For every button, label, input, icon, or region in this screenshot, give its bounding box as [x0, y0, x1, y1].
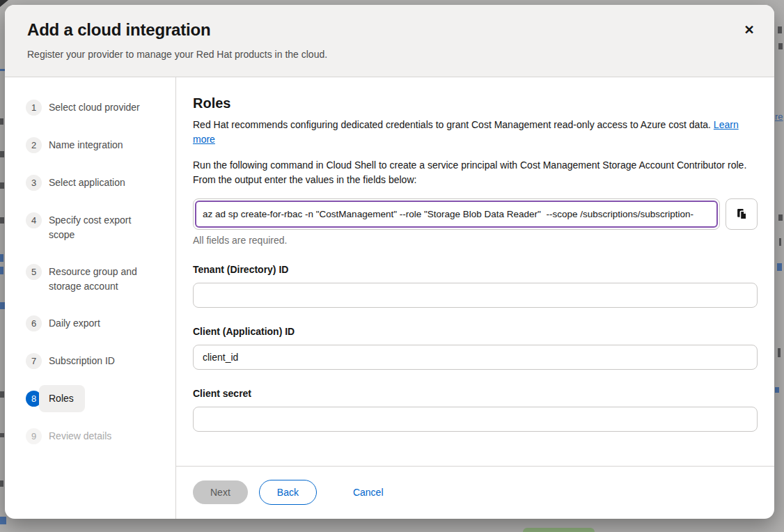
- background-page-fragment: [0, 267, 3, 274]
- copy-button[interactable]: [726, 198, 758, 230]
- client-id-label: Client (Application) ID: [193, 326, 758, 337]
- command-instruction-line2: From the output enter the values in the …: [193, 173, 758, 187]
- modal-body: 1 Select cloud provider 2 Name integrati…: [5, 77, 774, 519]
- intro-text-body: Red Hat recommends configuring dedicated…: [193, 119, 711, 130]
- step-label: Roles: [39, 385, 85, 412]
- next-button[interactable]: Next: [193, 480, 248, 504]
- step-number: 4: [26, 212, 42, 228]
- step-label: Select application: [49, 175, 125, 190]
- background-page-fragment: [0, 118, 3, 125]
- back-button[interactable]: Back: [259, 480, 317, 505]
- background-page-fragment: [0, 433, 4, 437]
- step-label: Resource group and storage account: [49, 264, 153, 294]
- command-instructions: Run the following command in Cloud Shell…: [193, 158, 758, 187]
- wizard-nav: 1 Select cloud provider 2 Name integrati…: [5, 77, 176, 519]
- background-page-fragment: [0, 480, 3, 487]
- background-page-fragment: [778, 348, 781, 357]
- background-page-fragment: [0, 517, 6, 524]
- background-page-fragment: [775, 387, 779, 393]
- required-fields-note: All fields are required.: [193, 235, 758, 246]
- wizard-step-specify-cost-export-scope[interactable]: 4 Specify cost export scope: [26, 212, 167, 242]
- step-label: Select cloud provider: [49, 100, 140, 115]
- step-number: 9: [26, 428, 42, 444]
- wizard-step-daily-export[interactable]: 6 Daily export: [26, 315, 167, 331]
- command-instruction-line1: Run the following command in Cloud Shell…: [193, 158, 758, 173]
- wizard-step-name-integration[interactable]: 2 Name integration: [26, 137, 167, 153]
- step-label: Name integration: [49, 137, 123, 152]
- modal-title: Add a cloud integration: [27, 20, 752, 40]
- background-page-fragment: [778, 43, 783, 49]
- modal-header: Add a cloud integration Register your pr…: [5, 5, 774, 77]
- form-group-tenant-id: Tenant (Directory) ID: [193, 264, 758, 308]
- command-input[interactable]: [195, 201, 718, 228]
- wizard-step-roles[interactable]: 8 Roles: [26, 391, 167, 407]
- background-green-button-fragment: [523, 528, 595, 532]
- client-secret-field[interactable]: [193, 407, 758, 432]
- step-number: 1: [26, 100, 42, 116]
- background-page-fragment: [0, 302, 5, 309]
- background-page-fragment: [0, 69, 5, 71]
- background-page-fragment: [0, 391, 4, 398]
- background-page-fragment: [0, 254, 3, 262]
- intro-text: Red Hat recommends configuring dedicated…: [193, 118, 758, 147]
- step-label: Daily export: [49, 315, 100, 331]
- wizard-step-select-cloud-provider[interactable]: 1 Select cloud provider: [26, 100, 167, 116]
- wizard-main-column: Roles Red Hat recommends configuring ded…: [176, 77, 774, 519]
- modal-subtitle: Register your provider to manage your Re…: [27, 49, 752, 60]
- background-page-fragment: [778, 214, 783, 221]
- step-number: 6: [26, 315, 42, 331]
- background-page-fragment: [778, 26, 782, 33]
- add-cloud-integration-modal: Add a cloud integration Register your pr…: [5, 5, 774, 519]
- background-link-fragment: re: [775, 111, 783, 122]
- form-group-client-id: Client (Application) ID: [193, 326, 758, 370]
- background-page-fragment: [0, 182, 4, 189]
- background-page-fragment: [777, 263, 782, 271]
- wizard-step-review-details: 9 Review details: [26, 428, 167, 444]
- cancel-button[interactable]: Cancel: [345, 480, 392, 504]
- copy-icon: [736, 208, 748, 220]
- wizard-footer: Next Back Cancel: [176, 466, 774, 519]
- step-label: Specify cost export scope: [49, 212, 153, 242]
- tenant-id-field[interactable]: [193, 283, 758, 308]
- background-page-fragment: [0, 217, 4, 224]
- command-input-wrapper: [193, 198, 720, 230]
- wizard-step-subscription-id[interactable]: 7 Subscription ID: [26, 353, 167, 369]
- form-group-client-secret: Client secret: [193, 388, 758, 432]
- background-page-fragment: [0, 151, 4, 157]
- wizard-step-resource-group-storage-account[interactable]: 5 Resource group and storage account: [26, 264, 167, 294]
- client-id-field[interactable]: [193, 345, 758, 370]
- wizard-step-select-application[interactable]: 3 Select application: [26, 175, 167, 191]
- client-secret-label: Client secret: [193, 388, 758, 399]
- clipboard-copy: [193, 198, 758, 230]
- step-label: Review details: [49, 428, 111, 444]
- page-title: Roles: [193, 95, 758, 111]
- step-number: 2: [26, 137, 42, 153]
- background-page-fragment: [0, 0, 8, 7]
- background-page-fragment: [779, 238, 781, 246]
- step-number: 7: [26, 353, 42, 369]
- step-number: 5: [26, 264, 42, 280]
- step-label: Subscription ID: [49, 353, 115, 368]
- roles-step-content: Roles Red Hat recommends configuring ded…: [176, 77, 774, 466]
- tenant-id-label: Tenant (Directory) ID: [193, 264, 758, 275]
- close-icon[interactable]: ✕: [741, 22, 758, 38]
- step-number: 3: [26, 175, 42, 191]
